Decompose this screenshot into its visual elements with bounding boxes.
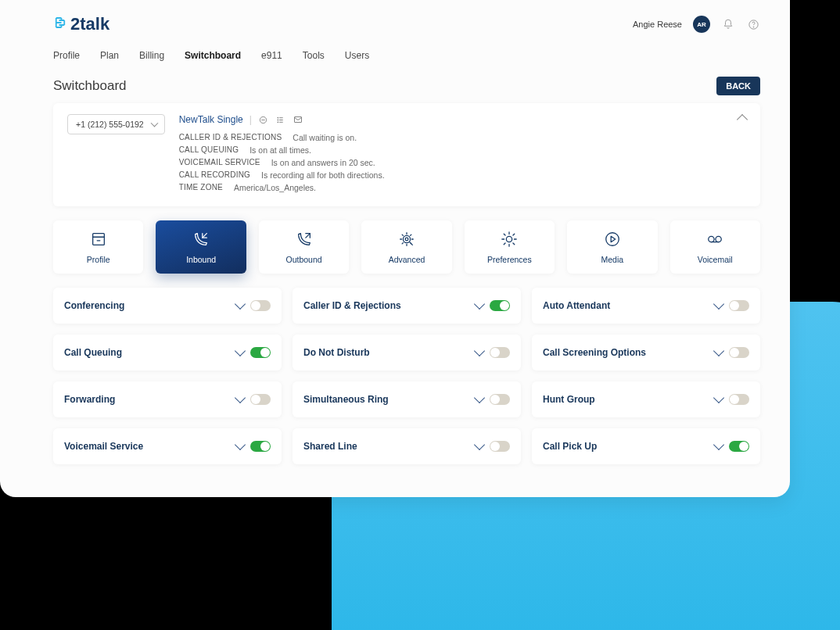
svg-point-13 — [716, 236, 721, 242]
toggle-conferencing[interactable] — [250, 300, 271, 311]
feature-controls — [476, 394, 510, 405]
media-icon — [603, 230, 622, 249]
mail-icon[interactable] — [293, 114, 303, 125]
toggle-hunt-group[interactable] — [729, 394, 749, 405]
svg-point-9 — [405, 238, 408, 241]
nav-item-users[interactable]: Users — [345, 50, 369, 61]
chevron-down-icon[interactable] — [713, 439, 724, 450]
profile-icon — [89, 230, 108, 249]
toggle-do-not-disturb[interactable] — [490, 347, 510, 358]
feature-grid: ConferencingCaller ID & RejectionsAuto A… — [53, 288, 760, 464]
nav-item-plan[interactable]: Plan — [100, 50, 119, 61]
main-nav: ProfilePlanBillingSwitchboarde911ToolsUs… — [53, 50, 760, 61]
tile-media[interactable]: Media — [567, 220, 657, 274]
feature-controls — [236, 300, 271, 311]
feature-controls — [715, 347, 749, 358]
back-button[interactable]: BACK — [716, 77, 760, 95]
summary-body: NewTalk Single | CALLER ID & REJECTIONSC… — [179, 114, 746, 195]
toggle-voicemail-service[interactable] — [250, 441, 271, 452]
help-icon[interactable] — [746, 17, 760, 31]
tile-outbound[interactable]: Outbound — [259, 220, 349, 274]
chevron-down-icon[interactable] — [474, 439, 485, 450]
toggle-shared-line[interactable] — [490, 441, 510, 452]
tile-voicemail[interactable]: Voicemail — [670, 220, 760, 274]
feature-call-screening-options: Call Screening Options — [532, 335, 760, 370]
chevron-down-icon[interactable] — [474, 392, 485, 403]
chevron-down-icon[interactable] — [474, 299, 485, 310]
tile-label: Profile — [87, 255, 110, 264]
phone-selector[interactable]: +1 (212) 555-0192 — [67, 114, 165, 134]
summary-value: Is recording all for both directions. — [261, 170, 385, 180]
feature-name: Auto Attendant — [543, 300, 610, 311]
nav-item-switchboard[interactable]: Switchboard — [185, 50, 241, 61]
feature-controls — [715, 394, 749, 405]
feature-controls — [476, 347, 510, 358]
block-icon[interactable] — [258, 114, 269, 125]
feature-call-queuing: Call Queuing — [53, 335, 282, 370]
chevron-down-icon[interactable] — [235, 299, 246, 310]
toggle-auto-attendant[interactable] — [729, 300, 749, 311]
feature-hunt-group: Hunt Group — [532, 381, 760, 417]
svg-point-12 — [709, 236, 714, 242]
summary-row: TIME ZONEAmerica/Los_Angeles. — [179, 183, 746, 192]
feature-name: Simultaneous Ring — [303, 394, 389, 405]
feature-controls — [715, 300, 749, 311]
advanced-icon — [397, 230, 416, 249]
category-tiles: ProfileInboundOutboundAdvancedPreference… — [53, 220, 760, 274]
nav-item-tools[interactable]: Tools — [303, 50, 325, 61]
app-window: 2talk Angie Reese AR ProfilePlanBillingS… — [0, 0, 790, 497]
chevron-down-icon[interactable] — [713, 392, 724, 403]
tile-label: Voicemail — [698, 255, 733, 264]
feature-do-not-disturb: Do Not Disturb — [293, 335, 521, 370]
toggle-forwarding[interactable] — [250, 394, 271, 405]
chevron-down-icon[interactable] — [235, 439, 246, 450]
svg-point-8 — [403, 235, 410, 242]
feature-name: Do Not Disturb — [303, 347, 370, 358]
summary-row: VOICEMAIL SERVICEIs on and answers in 20… — [179, 158, 746, 167]
tile-inbound[interactable]: Inbound — [156, 220, 246, 274]
chevron-down-icon[interactable] — [474, 345, 485, 356]
app-header: 2talk Angie Reese AR — [53, 11, 760, 38]
tile-preferences[interactable]: Preferences — [465, 220, 555, 274]
page-head: Switchboard BACK — [53, 77, 760, 95]
summary-value: Is on at all times. — [249, 145, 311, 155]
tile-label: Outbound — [285, 255, 321, 264]
summary-card: +1 (212) 555-0192 NewTalk Single | CALLE… — [53, 103, 760, 206]
list-icon[interactable] — [275, 114, 286, 125]
feature-name: Hunt Group — [543, 394, 595, 405]
outbound-icon — [295, 230, 314, 249]
feature-auto-attendant: Auto Attendant — [532, 288, 760, 324]
tile-label: Inbound — [186, 255, 216, 264]
page-title: Switchboard — [53, 78, 127, 94]
nav-item-profile[interactable]: Profile — [53, 50, 80, 61]
inbound-icon — [192, 230, 210, 249]
toggle-simultaneous-ring[interactable] — [490, 394, 510, 405]
avatar[interactable]: AR — [693, 16, 710, 33]
feature-name: Forwarding — [64, 394, 115, 405]
toggle-call-screening-options[interactable] — [729, 347, 749, 358]
tile-profile[interactable]: Profile — [53, 220, 143, 274]
bell-icon[interactable] — [721, 17, 735, 31]
chevron-down-icon[interactable] — [713, 345, 724, 356]
chevron-down-icon[interactable] — [235, 392, 246, 403]
toggle-caller-id-rejections[interactable] — [490, 300, 510, 311]
summary-row: CALL QUEUINGIs on at all times. — [179, 145, 746, 155]
toggle-call-pick-up[interactable] — [729, 441, 749, 452]
feature-name: Call Queuing — [64, 347, 122, 358]
feature-controls — [236, 347, 271, 358]
toggle-call-queuing[interactable] — [250, 347, 271, 358]
chevron-down-icon[interactable] — [235, 345, 246, 356]
chevron-down-icon[interactable] — [713, 299, 724, 310]
logo: 2talk — [53, 14, 109, 34]
nav-item-billing[interactable]: Billing — [139, 50, 164, 61]
feature-name: Voicemail Service — [64, 441, 143, 452]
preferences-icon — [500, 230, 519, 249]
nav-item-e911[interactable]: e911 — [261, 50, 282, 61]
feature-call-pick-up: Call Pick Up — [532, 428, 760, 464]
summary-label: CALL RECORDING — [179, 170, 250, 180]
tile-advanced[interactable]: Advanced — [361, 220, 451, 274]
feature-controls — [236, 441, 271, 452]
svg-point-11 — [606, 233, 619, 246]
svg-point-3 — [278, 117, 278, 118]
summary-label: CALLER ID & REJECTIONS — [179, 133, 282, 142]
